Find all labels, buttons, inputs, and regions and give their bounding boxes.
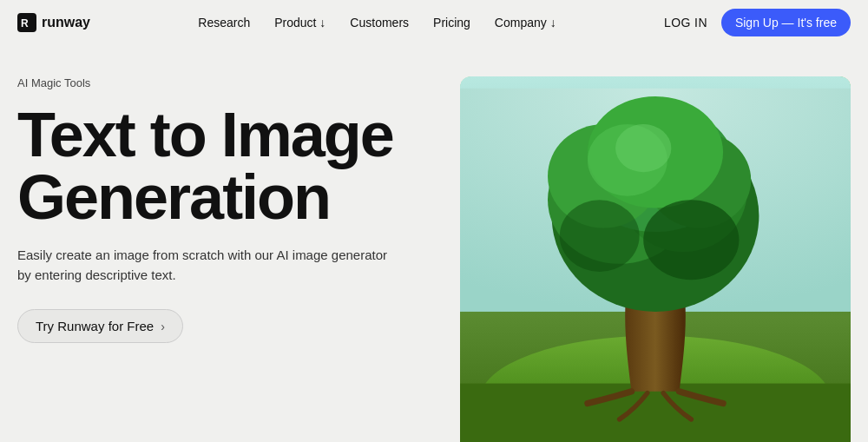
brand-logo[interactable]: R runway — [17, 13, 90, 32]
nav-pricing[interactable]: Pricing — [433, 16, 470, 30]
nav-customers[interactable]: Customers — [350, 16, 409, 30]
demo-image: Photo of a tree — [460, 76, 851, 442]
signup-button[interactable]: Sign Up — It's free — [721, 9, 851, 36]
svg-point-13 — [615, 124, 671, 172]
svg-point-15 — [560, 200, 640, 272]
runway-logo-icon: R — [17, 13, 36, 32]
tree-svg — [460, 76, 851, 442]
hero-description: Easily create an image from scratch with… — [17, 246, 399, 285]
try-free-label: Try Runway for Free — [36, 319, 154, 333]
hero-content: AI Magic Tools Text to Image Generation … — [17, 76, 443, 343]
hero-title-line2: Generation — [17, 162, 330, 232]
nav-research[interactable]: Research — [198, 16, 250, 30]
demo-image-container: Photo of a tree — [460, 76, 851, 442]
try-free-button[interactable]: Try Runway for Free › — [17, 309, 183, 343]
hero-title-line1: Text to Image — [17, 100, 393, 169]
nav-actions: LOG IN Sign Up — It's free — [664, 9, 851, 36]
svg-rect-4 — [460, 384, 851, 442]
brand-name: runway — [42, 15, 90, 30]
hero-section: AI Magic Tools Text to Image Generation … — [0, 45, 868, 442]
nav-company[interactable]: Company ↓ — [495, 16, 556, 30]
main-nav: Research Product ↓ Customers Pricing Com… — [198, 15, 556, 30]
hero-title: Text to Image Generation — [17, 103, 443, 228]
breadcrumb: AI Magic Tools — [17, 76, 443, 89]
svg-point-14 — [643, 200, 739, 280]
nav-product[interactable]: Product ↓ — [274, 16, 326, 30]
site-header: R runway Research Product ↓ Customers Pr… — [0, 0, 868, 45]
chevron-right-icon: › — [161, 320, 165, 333]
svg-text:R: R — [21, 17, 29, 30]
login-button[interactable]: LOG IN — [664, 16, 707, 30]
